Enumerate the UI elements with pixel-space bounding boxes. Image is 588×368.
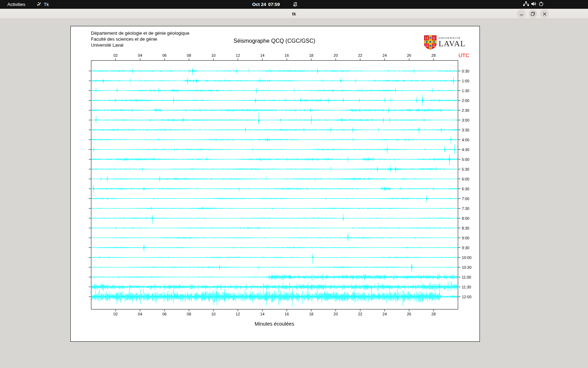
- minimize-icon: [519, 12, 524, 16]
- close-icon: [542, 12, 547, 16]
- restore-icon: [531, 12, 535, 16]
- window-title: tk: [0, 9, 588, 19]
- x-axis-title: Minutes écoulées: [91, 321, 458, 327]
- seismograph-plot: [71, 26, 479, 341]
- laval-shield-icon: [424, 35, 436, 51]
- volume-icon: [531, 1, 537, 7]
- seismograph-canvas-frame: Département de géologie et de génie géol…: [70, 26, 480, 342]
- app-menu-label: Tk: [44, 2, 49, 7]
- tk-app-icon: [36, 1, 42, 8]
- system-tray-button[interactable]: [523, 0, 544, 9]
- app-menu-button[interactable]: Tk: [36, 0, 49, 9]
- network-icon: [523, 1, 529, 7]
- clock-button[interactable]: Oct 24 07:59: [241, 0, 290, 9]
- activities-button[interactable]: Activities: [6, 0, 27, 9]
- header-line-1: Département de géologie et de génie géol…: [91, 30, 189, 36]
- clock-time: 07:59: [268, 2, 280, 7]
- laval-logo-laval: LAVAL: [439, 40, 465, 48]
- minimize-button[interactable]: [517, 9, 526, 18]
- notifications-muted-icon: [293, 0, 298, 9]
- maximize-button[interactable]: [528, 9, 537, 18]
- window-content: Département de géologie et de génie géol…: [0, 19, 588, 368]
- gnome-top-bar: Activities Tk Oct 24 07:59: [0, 0, 588, 9]
- power-icon: [539, 1, 544, 7]
- utc-label: UTC: [458, 52, 469, 58]
- laval-logo: UNIVERSITÉ LAVAL: [424, 35, 465, 51]
- desktop: Activities Tk Oct 24 07:59: [0, 0, 588, 368]
- clock-date: Oct 24: [252, 2, 266, 7]
- plot-title: Séismographe QCQ (CGC/GSC): [91, 38, 458, 44]
- window-titlebar: tk: [0, 9, 588, 19]
- laval-logo-text: UNIVERSITÉ LAVAL: [439, 35, 465, 48]
- close-button[interactable]: [540, 9, 549, 18]
